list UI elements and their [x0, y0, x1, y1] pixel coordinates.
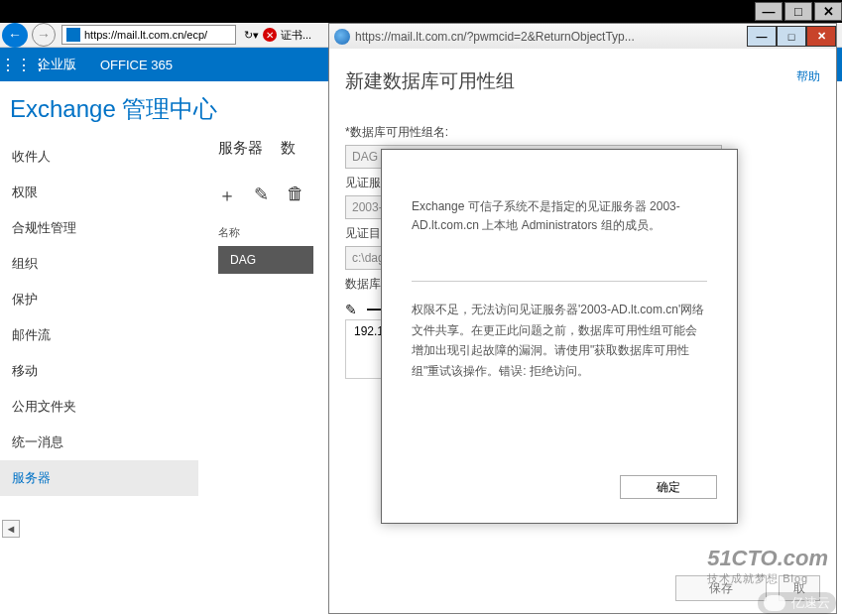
- error-dialog: Exchange 可信子系统不是指定的见证服务器 2003-AD.lt.com.…: [381, 149, 738, 524]
- list-toolbar: ＋ ✎ 🗑: [218, 184, 313, 207]
- watermark-51cto: 51CTO.com 技术成就梦想 Blog: [707, 546, 828, 586]
- refresh-icon[interactable]: ↻: [244, 29, 253, 42]
- app-launcher-icon[interactable]: ⋮⋮⋮: [0, 56, 26, 74]
- sidebar-mobile[interactable]: 移动: [0, 353, 198, 389]
- popup-titlebar: https://mail.lt.com.cn/?pwmcid=2&ReturnO…: [329, 24, 836, 49]
- label-dag-name: *数据库可用性组名:: [345, 124, 820, 141]
- error-message-2: 权限不足，无法访问见证服务器'2003-AD.lt.com.cn'网络文件共享。…: [412, 300, 707, 381]
- office365-label[interactable]: OFFICE 365: [88, 58, 184, 72]
- sidebar-mailflow[interactable]: 邮件流: [0, 317, 198, 353]
- delete-icon[interactable]: 🗑: [287, 184, 304, 207]
- nav-back-button[interactable]: ←: [2, 23, 28, 48]
- nav-forward-button[interactable]: →: [32, 23, 56, 47]
- eac-sidebar: 收件人 权限 合规性管理 组织 保护 邮件流 移动 公用文件夹 统一消息 服务器: [0, 139, 198, 496]
- sidebar-permissions[interactable]: 权限: [0, 175, 198, 210]
- sidebar-protection[interactable]: 保护: [0, 282, 198, 317]
- popup-url: https://mail.lt.com.cn/?pwmcid=2&ReturnO…: [355, 30, 747, 44]
- tab-servers[interactable]: 服务器: [218, 139, 263, 158]
- parent-close-button[interactable]: ✕: [814, 2, 842, 21]
- eac-tabs: 服务器 数: [218, 139, 313, 158]
- parent-window-titlebar: — □ ✕: [0, 0, 842, 23]
- parent-minimize-button[interactable]: —: [755, 2, 782, 21]
- ie-icon: [334, 29, 350, 45]
- column-name-header: 名称: [218, 225, 313, 240]
- sidebar-publicfolders[interactable]: 公用文件夹: [0, 389, 198, 425]
- page-title: Exchange 管理中心: [10, 93, 217, 125]
- watermark-yisu: 亿速云: [758, 592, 836, 614]
- tab-databases[interactable]: 数: [281, 139, 296, 158]
- table-row[interactable]: DAG: [218, 246, 313, 274]
- sidebar-recipients[interactable]: 收件人: [0, 139, 198, 175]
- stop-icon[interactable]: ✕: [263, 28, 277, 42]
- url-text: https://mail.lt.com.cn/ecp/: [84, 29, 207, 41]
- popup-maximize-button[interactable]: □: [777, 26, 806, 47]
- sidebar-organization[interactable]: 组织: [0, 246, 198, 282]
- popup-close-button[interactable]: ✕: [806, 26, 836, 47]
- cert-error-text[interactable]: 证书...: [281, 28, 311, 43]
- edit-icon[interactable]: ✎: [254, 184, 269, 207]
- sidebar-compliance[interactable]: 合规性管理: [0, 210, 198, 246]
- sidebar-servers[interactable]: 服务器: [0, 460, 198, 496]
- help-link[interactable]: 帮助: [796, 68, 820, 85]
- cloud-icon: [764, 595, 785, 611]
- popup-minimize-button[interactable]: —: [747, 26, 777, 47]
- eac-content: 服务器 数 ＋ ✎ 🗑 名称 DAG: [218, 139, 313, 274]
- address-bar[interactable]: https://mail.lt.com.cn/ecp/: [61, 25, 236, 45]
- ip-edit-icon[interactable]: ✎: [345, 302, 357, 317]
- popup-page-title: 新建数据库可用性组: [345, 68, 820, 94]
- browser-status: ↻ ▾ ✕ 证书...: [244, 28, 311, 43]
- sidebar-unifiedmessaging[interactable]: 统一消息: [0, 425, 198, 460]
- edition-label[interactable]: 企业版: [26, 56, 88, 73]
- error-message-1: Exchange 可信子系统不是指定的见证服务器 2003-AD.lt.com.…: [412, 197, 707, 235]
- outlook-site-icon: [66, 28, 80, 42]
- divider: [412, 281, 707, 282]
- scroll-left-button[interactable]: ◄: [2, 520, 20, 538]
- ok-button[interactable]: 确定: [620, 475, 717, 499]
- add-icon[interactable]: ＋: [218, 184, 236, 207]
- parent-maximize-button[interactable]: □: [784, 2, 812, 21]
